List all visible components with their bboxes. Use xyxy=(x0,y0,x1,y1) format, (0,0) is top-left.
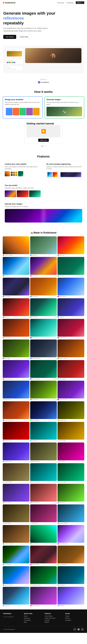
features-title: Features xyxy=(3,155,84,158)
gallery-item: Jessica Sanchez xyxy=(3,566,30,586)
model-img-1 xyxy=(5,190,16,197)
navbar: Rubbrband Showcase Changelog Sign in → xyxy=(0,0,87,6)
gallery-image xyxy=(30,442,57,460)
demo-painting xyxy=(25,48,81,63)
footer-link-twitter[interactable]: Twitter xyxy=(65,616,84,617)
gallery-item: Avery Baker xyxy=(57,442,84,462)
footer-copyright: © 2024 Rubbrband xyxy=(3,629,15,630)
gallery-image xyxy=(57,381,84,398)
nav-signin-button[interactable]: Sign in → xyxy=(76,1,84,4)
instagram-icon[interactable]: 📷 xyxy=(81,628,84,631)
design-preview xyxy=(5,107,41,116)
gallery-item: Abigail Young xyxy=(57,401,84,421)
swatch-3 xyxy=(15,172,17,174)
gallery-image xyxy=(3,319,30,337)
gallery-image xyxy=(57,340,84,357)
gallery-image xyxy=(57,257,84,275)
footer-link-color[interactable]: Color Palette xyxy=(45,616,63,617)
gallery-image xyxy=(30,381,57,398)
gallery-item: Joseph Adams xyxy=(3,463,30,483)
how-card-design: Design your workflow Add reference image… xyxy=(3,96,43,118)
dot-3[interactable] xyxy=(45,146,46,147)
hero-learn-more-button[interactable]: Learn more xyxy=(17,35,31,39)
gallery-item: Charlotte Garcia xyxy=(3,360,30,380)
gallery-image xyxy=(57,525,84,543)
palette-generated-img xyxy=(18,171,23,176)
dot-1[interactable] xyxy=(41,146,42,147)
powered-by: Backed by CombiNator xyxy=(0,76,87,86)
footer-link-models[interactable]: Models xyxy=(45,622,63,623)
swatch-6 xyxy=(15,174,17,176)
nav-link-showcase[interactable]: Showcase xyxy=(57,2,64,4)
hero-section: Generate images with your references rep… xyxy=(0,6,87,43)
how-it-works-section: How it works Design your workflow Add re… xyxy=(0,86,87,151)
made-in-icon: 🪃 xyxy=(31,232,33,234)
model-images xyxy=(5,190,41,197)
feature-color-palette: Control your color palette Add a color p… xyxy=(3,161,43,181)
feature-upscale: Upscale your images Enlarge any image wi… xyxy=(3,201,84,224)
watch-now-button[interactable]: Watch now xyxy=(38,139,49,142)
made-in-section: 🪃 Made in Rubbrband Thomas Jefferson Sar… xyxy=(0,229,87,610)
gallery-image xyxy=(57,422,84,440)
powered-logos: CombiNator xyxy=(3,81,84,83)
gallery-item: William Harris xyxy=(3,381,30,400)
swatch-green xyxy=(12,62,14,63)
how-card-tutorial: Getting started tutorial ▶️ Watch now xyxy=(25,120,62,144)
color-columns xyxy=(6,108,40,115)
feature-no-prompt: No more prompt engineering Adding 1-3 co… xyxy=(44,161,84,181)
hero-get-started-button[interactable]: Get started xyxy=(3,35,16,39)
gallery-item: David Mitchell xyxy=(30,484,57,504)
footer-link-blog[interactable]: Blog xyxy=(24,622,42,623)
gallery-item: Grace Perez xyxy=(57,484,84,504)
footer-link-changelog[interactable]: Changelog xyxy=(24,620,42,621)
gallery-image xyxy=(3,257,30,275)
carousel-dots xyxy=(3,146,84,147)
gallery-image xyxy=(57,278,84,296)
generate-preview: 🐄 xyxy=(46,107,82,116)
gallery-item: Kevin Bell xyxy=(57,587,84,607)
gallery-item: Amelia White xyxy=(57,360,84,380)
result-img xyxy=(60,172,81,177)
footer-link-generation[interactable]: Image Generation xyxy=(45,618,63,619)
footer-link-instagram[interactable]: Instagram xyxy=(65,620,84,621)
dot-2[interactable] xyxy=(43,146,44,147)
gallery-item: Samantha Evans xyxy=(57,525,84,545)
gallery-image xyxy=(3,236,30,254)
col-yellow xyxy=(33,108,40,115)
footer-link-discord[interactable]: Discord xyxy=(65,618,84,619)
gallery-image xyxy=(30,360,57,378)
how-it-works-grid: Design your workflow Add reference image… xyxy=(3,96,84,118)
footer-link-home[interactable]: Home xyxy=(24,616,42,617)
gallery-item: Harper Clark xyxy=(30,381,57,400)
twitter-icon[interactable]: 𝕏 xyxy=(73,628,76,631)
gallery-image xyxy=(30,298,57,316)
swatch-2 xyxy=(13,172,15,174)
gallery-image xyxy=(3,442,30,460)
gallery-item: Lucas Muller xyxy=(3,278,30,298)
gallery-item: Noah Kim xyxy=(57,298,84,318)
discord-icon[interactable]: 💬 xyxy=(77,628,80,631)
demo-prompt-card: Prompt Enter your prompt... xyxy=(6,66,23,71)
footer-link-upscale[interactable]: Upscale xyxy=(45,620,63,621)
gallery-image xyxy=(30,463,57,481)
nav-links: Showcase Changelog Sign in → xyxy=(57,1,84,4)
how-card-generate: Generate images Your generated images wi… xyxy=(44,96,84,118)
gallery-item: Ana Silva xyxy=(3,257,30,277)
feature-color-title: Control your color palette xyxy=(5,163,41,165)
how-card-design-desc: Add reference images to your workflow an… xyxy=(5,101,41,106)
gallery-image xyxy=(57,442,84,460)
palette-ref-img xyxy=(5,171,10,176)
gallery-item: Daniel Wright xyxy=(57,422,84,442)
features-section: Features Control your color palette Add … xyxy=(0,151,87,229)
footer-link-showcase[interactable]: Showcase xyxy=(24,618,42,619)
hero-description: Use Rubbrband to clone the consistency o… xyxy=(3,27,49,32)
gallery-item: Brandon Phillips xyxy=(57,504,84,524)
gallery-image xyxy=(30,422,57,440)
feature-model-title: Use any model xyxy=(5,184,41,186)
gallery-image xyxy=(30,504,57,522)
gallery-image xyxy=(3,340,30,357)
made-in-title: Made in Rubbrband xyxy=(34,231,56,234)
gallery-item: Sofia Costa xyxy=(30,298,57,318)
gallery-image xyxy=(57,463,84,481)
nav-link-changelog[interactable]: Changelog xyxy=(66,2,73,4)
